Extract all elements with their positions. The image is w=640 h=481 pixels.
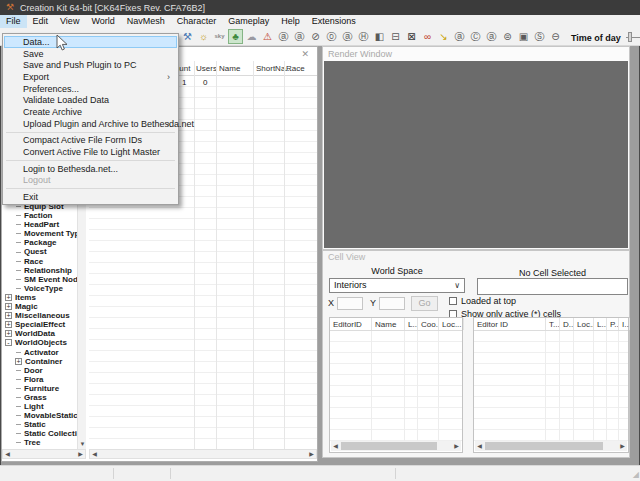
collapse-icon[interactable]: - xyxy=(5,339,12,346)
scroll-right-icon[interactable]: ▶ xyxy=(452,442,461,450)
tree-item-grass[interactable]: Grass xyxy=(4,393,77,402)
tree-item-movablestatic[interactable]: MovableStatic xyxy=(4,411,77,420)
go-button[interactable]: Go xyxy=(411,296,438,311)
tree-item-magic[interactable]: +Magic xyxy=(4,302,77,311)
tree-item-quest[interactable]: Quest xyxy=(4,247,77,256)
window-a1-icon[interactable]: ⓐ xyxy=(276,29,291,44)
column-header-d[interactable]: D... xyxy=(560,318,574,330)
tree-item-container[interactable]: +Container xyxy=(4,357,77,366)
cell-filter-input[interactable] xyxy=(477,278,628,295)
tree-item-headpart[interactable]: HeadPart xyxy=(4,220,77,229)
cell-object-body[interactable] xyxy=(474,331,628,442)
tree-item-relationship[interactable]: Relationship xyxy=(4,266,77,275)
scroll-left-icon[interactable]: ◀ xyxy=(90,450,99,458)
expand-icon[interactable]: + xyxy=(5,330,12,337)
time-of-day-slider-thumb[interactable] xyxy=(628,32,632,42)
column-header-loc[interactable]: Loc... xyxy=(439,318,464,330)
tree-item-voicetype[interactable]: VoiceType xyxy=(4,284,77,293)
column-header-users[interactable]: Users xyxy=(196,64,217,73)
scrollbar-thumb[interactable] xyxy=(485,442,603,450)
menu-item-exit[interactable]: Exit xyxy=(3,191,178,203)
tree-item-flora[interactable]: Flora xyxy=(4,375,77,384)
tree-item-package[interactable]: Package xyxy=(4,238,77,247)
window-h-icon[interactable]: Ⓗ xyxy=(356,29,371,44)
cell-object-scrollbar[interactable]: ◀ ▶ xyxy=(475,441,627,451)
menu-extensions[interactable]: Extensions xyxy=(306,15,362,28)
menu-item-validate-loaded-data[interactable]: Validate Loaded Data xyxy=(3,94,178,106)
cell-list-scrollbar[interactable]: ◀ ▶ xyxy=(331,441,461,451)
menu-item-upload-plugin-and-archive-to-bethesda-net[interactable]: Upload Plugin and Archive to Bethesda.ne… xyxy=(3,118,178,130)
menu-file[interactable]: File xyxy=(0,15,27,28)
expand-icon[interactable]: + xyxy=(5,321,12,328)
menu-edit[interactable]: Edit xyxy=(27,15,55,28)
scrollbar-thumb[interactable] xyxy=(341,442,437,450)
column-header-l[interactable]: L... xyxy=(594,318,607,330)
menu-item-logout[interactable]: Logout xyxy=(3,175,178,187)
y-coordinate-field[interactable] xyxy=(379,297,405,310)
x-coordinate-field[interactable] xyxy=(337,297,363,310)
tree-item-tree[interactable]: Tree xyxy=(4,438,77,447)
clouds-toggle-icon[interactable]: ☁ xyxy=(244,29,259,44)
window-a5-icon[interactable]: ⓐ xyxy=(484,29,499,44)
scroll-left-icon[interactable]: ◀ xyxy=(475,442,484,450)
link-icon[interactable]: ∞ xyxy=(420,29,435,44)
menu-item-data[interactable]: Data... xyxy=(4,36,177,48)
column-header-loc[interactable]: Loc... xyxy=(574,318,594,330)
menu-item-compact-active-file-form-ids[interactable]: Compact Active File Form IDs xyxy=(3,135,178,147)
column-header-editor-id[interactable]: Editor ID xyxy=(474,318,546,330)
tree-item-sm-event-node[interactable]: SM Event Node xyxy=(4,275,77,284)
tree-item-activator[interactable]: Activator xyxy=(4,348,77,357)
scroll-right-icon[interactable]: ▶ xyxy=(618,442,627,450)
brush-tool-icon[interactable]: ⚒ xyxy=(180,29,195,44)
render-viewport[interactable] xyxy=(324,61,628,248)
window-a2-icon[interactable]: ⓐ xyxy=(292,29,307,44)
cell-list-body[interactable] xyxy=(330,331,462,442)
tree-item-faction[interactable]: Faction xyxy=(4,211,77,220)
tree-item-items[interactable]: +Items xyxy=(4,293,77,302)
tree-horizontal-scrollbar[interactable]: ◀ ▶ xyxy=(2,449,86,459)
window-m-icon[interactable]: ▣ xyxy=(516,29,531,44)
menu-world[interactable]: World xyxy=(85,15,120,28)
wand-icon[interactable]: ↘ xyxy=(436,29,451,44)
menu-character[interactable]: Character xyxy=(171,15,223,28)
list-horizontal-scrollbar[interactable]: ◀ ▶ xyxy=(89,449,317,459)
tree-item-miscellaneous[interactable]: +Miscellaneous xyxy=(4,311,77,320)
time-of-day-slider[interactable] xyxy=(626,37,640,38)
close-box-icon[interactable]: ⊠ xyxy=(404,29,419,44)
column-header-t[interactable]: T... xyxy=(546,318,560,330)
tree-item-race[interactable]: Race xyxy=(4,257,77,266)
menu-navmesh[interactable]: NavMesh xyxy=(121,15,171,28)
menu-item-preferences[interactable]: Preferences... xyxy=(3,83,178,95)
column-header-editorid[interactable]: EditorID xyxy=(330,318,372,330)
tree-item-specialeffect[interactable]: +SpecialEffect xyxy=(4,320,77,329)
sky-toggle-icon[interactable]: sky xyxy=(212,29,227,44)
menu-item-convert-active-file-to-light-master[interactable]: Convert Active File to Light Master xyxy=(3,146,178,158)
column-header-l[interactable]: L... xyxy=(405,318,418,330)
menu-item-save[interactable]: Save xyxy=(3,48,178,60)
scroll-left-icon[interactable]: ◀ xyxy=(331,442,340,450)
expand-icon[interactable]: + xyxy=(5,312,12,319)
tree-item-worldobjects[interactable]: -WorldObjects xyxy=(4,338,77,347)
menu-item-export[interactable]: Export› xyxy=(3,71,178,83)
window-c-icon[interactable]: Ⓒ xyxy=(468,29,483,44)
column-header-race[interactable]: Race xyxy=(286,64,305,73)
menu-item-create-archive[interactable]: Create Archive xyxy=(3,106,178,118)
close-icon[interactable]: ✕ xyxy=(301,49,309,59)
tree-item-static[interactable]: Static xyxy=(4,420,77,429)
loaded-at-top-checkbox[interactable] xyxy=(449,297,457,305)
stop-icon[interactable]: ⊖ xyxy=(548,29,563,44)
window-a4-icon[interactable]: ⓐ xyxy=(452,29,467,44)
resize-grip-icon[interactable]: ◢ xyxy=(633,471,639,479)
window-zero-icon[interactable]: ⓪ xyxy=(324,29,339,44)
column-header-p[interactable]: P... xyxy=(607,318,619,330)
column-header-name[interactable]: Name xyxy=(372,318,405,330)
window-a3-icon[interactable]: ⓐ xyxy=(340,29,355,44)
tree-item-movement-type[interactable]: Movement Type xyxy=(4,229,77,238)
menu-item-login-to-bethesda-net[interactable]: Login to Bethesda.net... xyxy=(3,163,178,175)
grass-toggle-icon[interactable]: ♣ xyxy=(228,29,243,44)
menu-gameplay[interactable]: Gameplay xyxy=(222,15,275,28)
tree-item-light[interactable]: Light xyxy=(4,402,77,411)
ring-icon[interactable]: ⊜ xyxy=(500,29,515,44)
no-entry-icon[interactable]: ⊘ xyxy=(308,29,323,44)
menu-help[interactable]: Help xyxy=(275,15,306,28)
